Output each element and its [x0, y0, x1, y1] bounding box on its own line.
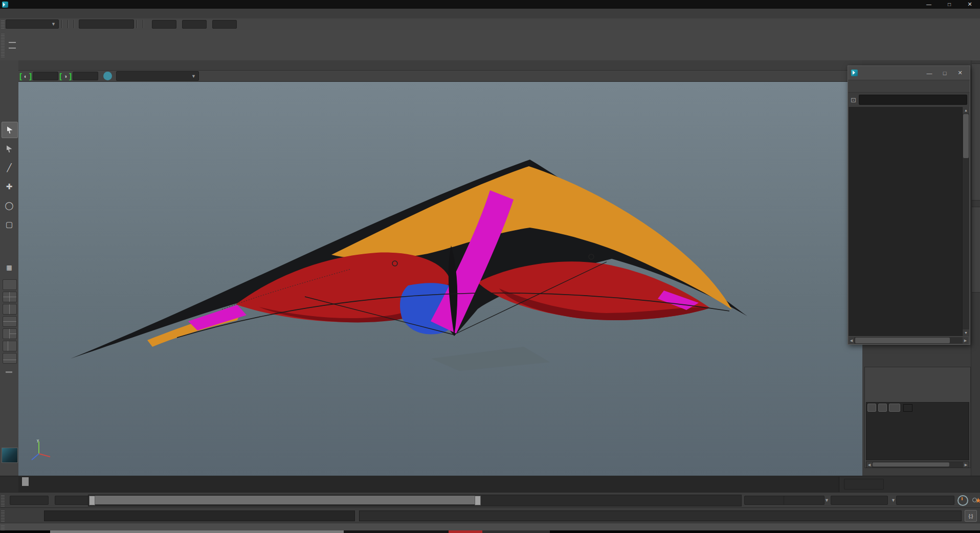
rotate-tool-button[interactable]: ◯: [2, 198, 17, 213]
range-slider-bar[interactable]: [89, 496, 481, 504]
outliner-vscrollbar[interactable]: ▲ ▼: [962, 107, 969, 336]
live-surface-field[interactable]: [79, 19, 134, 29]
close-icon[interactable]: ✕: [952, 70, 968, 76]
grip-handle[interactable]: [1, 33, 5, 57]
grip-handle[interactable]: [1, 19, 5, 29]
scroll-up-icon[interactable]: ▲: [963, 107, 969, 114]
minimize-icon[interactable]: —: [919, 0, 939, 9]
paint-select-tool-button[interactable]: ╱: [2, 160, 17, 175]
layout-single-pane-button[interactable]: [3, 279, 17, 290]
layout-three-pane-button[interactable]: [3, 328, 17, 339]
filter-icon[interactable]: ⊡: [851, 96, 856, 104]
gamma-field[interactable]: [73, 72, 98, 80]
maya-logo-icon: [851, 70, 858, 76]
outliner-menu-bar: [848, 80, 970, 93]
animation-end-field[interactable]: [784, 496, 825, 505]
scroll-right-icon[interactable]: ▶: [963, 337, 968, 344]
color-management-toggle[interactable]: [103, 72, 112, 80]
maya-application-window: — □ ✕ ▼: [0, 0, 980, 533]
toolbox: ╱ ✚ ◯ ▢ ▦: [0, 60, 19, 476]
panel-menu-bar: [18, 60, 862, 71]
kite-model: [71, 160, 747, 359]
color-space-dropdown[interactable]: ▼: [116, 71, 199, 81]
scroll-left-icon[interactable]: ◀: [849, 337, 854, 344]
chevron-down-icon: ▼: [51, 21, 56, 27]
outliner-search-input[interactable]: [859, 95, 967, 105]
move-tool-button[interactable]: ✚: [2, 179, 17, 194]
layer-list-hscrollbar[interactable]: ◀ ▶: [866, 461, 969, 468]
select-tool-button[interactable]: [2, 122, 18, 138]
svg-text:y: y: [37, 438, 39, 442]
character-set-icon[interactable]: ★: [975, 496, 980, 504]
layer-color-swatch[interactable]: [903, 404, 912, 412]
shelf-menu-icon[interactable]: [9, 42, 16, 49]
z-input[interactable]: [212, 20, 237, 29]
layout-outliner-persp-button[interactable]: [3, 341, 17, 351]
layout-four-pane-button[interactable]: [3, 292, 17, 302]
x-input[interactable]: [152, 20, 176, 29]
close-icon[interactable]: ✕: [960, 0, 980, 9]
layer-editor-toolbar: [865, 378, 970, 389]
mel-command-input[interactable]: [44, 510, 355, 521]
layer-row[interactable]: [866, 403, 969, 413]
toolbox-separator: [6, 371, 12, 373]
script-editor-icon[interactable]: {;}: [965, 510, 977, 522]
command-result-field: [359, 510, 962, 521]
playback-start-field[interactable]: [55, 496, 93, 505]
anim-layer-field[interactable]: [831, 496, 888, 505]
chevron-down-icon[interactable]: ▼: [891, 498, 896, 503]
lasso-tool-button[interactable]: [2, 141, 17, 157]
layer-editor-menus: [865, 367, 970, 378]
y-input[interactable]: [182, 20, 207, 29]
layer-visibility-toggle[interactable]: [867, 404, 876, 412]
kite-scene: [18, 82, 862, 477]
current-frame-marker[interactable]: [22, 477, 29, 486]
outliner-window: — □ ✕ ⊡ ▲ ▼ ◀ ▶: [848, 65, 970, 345]
scale-tool-button[interactable]: ▢: [2, 217, 17, 232]
minimize-icon[interactable]: —: [922, 70, 937, 76]
layout-hypergraph-persp-button[interactable]: [3, 353, 17, 364]
maximize-icon[interactable]: □: [937, 70, 952, 76]
character-set-field[interactable]: [896, 496, 954, 505]
help-line: [0, 523, 980, 531]
status-line: ▼: [0, 18, 980, 30]
playback-end-field[interactable]: [744, 496, 785, 505]
layer-list: [866, 402, 969, 460]
exposure-field[interactable]: [33, 72, 58, 80]
layout-two-pane-stacked-button[interactable]: [3, 316, 17, 327]
tab-channel-box-layer-editor[interactable]: [972, 63, 980, 201]
viewport-canvas[interactable]: y: [18, 82, 862, 477]
grip-handle[interactable]: [1, 509, 5, 522]
menu-set-dropdown[interactable]: ▼: [6, 19, 59, 29]
command-line-row: {;}: [0, 507, 980, 523]
auto-keyframe-icon[interactable]: [957, 495, 968, 506]
layout-two-pane-side-button[interactable]: [3, 304, 17, 315]
scroll-left-icon[interactable]: ◀: [866, 462, 872, 468]
animation-start-field[interactable]: [10, 496, 49, 505]
last-tool-button[interactable]: ▦: [2, 260, 17, 275]
grip-handle[interactable]: [1, 494, 5, 506]
range-start-handle[interactable]: [89, 496, 95, 505]
scroll-right-icon[interactable]: ▶: [963, 462, 969, 468]
range-slider-track[interactable]: [88, 495, 742, 506]
layer-display-type-toggle[interactable]: [889, 404, 900, 412]
range-end-handle[interactable]: [475, 496, 481, 505]
shelf: [0, 30, 980, 61]
maximize-icon[interactable]: □: [939, 0, 960, 9]
viewport-panel: [◐] [◑] ▼: [18, 60, 862, 476]
outliner-title-bar[interactable]: — □ ✕: [848, 66, 970, 80]
outliner-hscrollbar[interactable]: ◀ ▶: [849, 337, 968, 344]
taskbar-sliver: [0, 530, 980, 533]
maya-logo-icon: [2, 2, 8, 8]
layer-playback-toggle[interactable]: [878, 404, 887, 412]
sidebar-tabs: [971, 60, 980, 476]
current-frame-field[interactable]: [844, 479, 884, 490]
outliner-tree: [849, 107, 968, 336]
scroll-down-icon[interactable]: ▼: [963, 329, 969, 336]
time-slider-row: [0, 476, 980, 493]
chevron-down-icon[interactable]: ▼: [825, 498, 829, 503]
range-slider-row: ▼ ▼ ★: [0, 492, 980, 508]
time-slider[interactable]: [18, 477, 839, 492]
tab-attribute-editor[interactable]: [972, 207, 980, 293]
layout-current-button[interactable]: [2, 448, 18, 463]
